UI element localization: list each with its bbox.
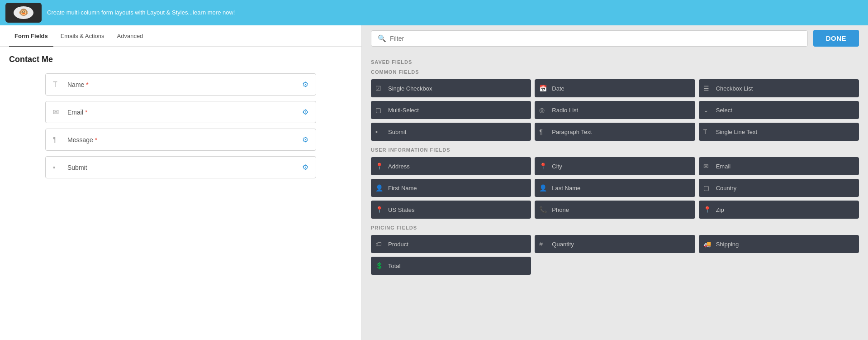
submit-btn-icon: ▪ [375, 128, 384, 135]
paragraph-text-label: Paragraph Text [552, 129, 592, 135]
product-icon: 🏷 [375, 240, 384, 248]
field-btn-last-name[interactable]: 👤 Last Name [535, 179, 695, 197]
name-gear-icon[interactable]: ⚙ [302, 80, 308, 89]
email-field-icon: ✉ [53, 108, 62, 116]
field-btn-radio-list[interactable]: ◎ Radio List [535, 101, 695, 119]
total-label: Total [388, 263, 400, 269]
us-states-label: US States [388, 206, 415, 213]
left-panel: Form Fields Emails & Actions Advanced Co… [0, 25, 362, 340]
user-info-fields-label: USER INFORMATION FIELDS [371, 147, 859, 153]
done-button[interactable]: DONE [813, 30, 859, 47]
submit-field-label: Submit [67, 164, 302, 171]
multi-select-label: Multi-Select [388, 107, 419, 114]
user-info-fields-grid: 📍 Address 📍 City ✉ Email 👤 First Name 👤 [371, 157, 859, 219]
field-btn-phone[interactable]: 📞 Phone [535, 201, 695, 219]
date-label: Date [552, 85, 564, 92]
country-icon: ▢ [703, 184, 711, 192]
field-btn-quantity[interactable]: # Quantity [535, 235, 695, 253]
single-line-text-label: Single Line Text [716, 129, 758, 135]
field-btn-zip[interactable]: 📍 Zip [699, 201, 859, 219]
tab-form-fields[interactable]: Form Fields [9, 25, 53, 47]
field-btn-single-checkbox[interactable]: ☑ Single Checkbox [371, 79, 531, 97]
form-title-area: Contact Me [0, 47, 361, 69]
address-icon: 📍 [375, 163, 384, 170]
email-required: * [85, 109, 87, 116]
country-label: Country [716, 185, 737, 192]
submit-gear-icon[interactable]: ⚙ [302, 163, 308, 172]
form-field-name[interactable]: T Name * ⚙ [45, 73, 316, 96]
field-btn-select[interactable]: ⌄ Select [699, 101, 859, 119]
saved-fields-label: SAVED FIELDS [371, 59, 859, 65]
field-btn-total[interactable]: 💲 Total [371, 257, 531, 275]
last-name-label: Last Name [552, 185, 580, 192]
last-name-icon: 👤 [539, 184, 547, 192]
common-fields-grid: ☑ Single Checkbox 📅 Date ☰ Checkbox List… [371, 79, 859, 141]
quantity-icon: # [539, 240, 547, 248]
shipping-icon: 🚚 [703, 240, 711, 248]
filter-input[interactable] [390, 35, 801, 42]
email-info-icon: ✉ [703, 163, 711, 170]
submit-btn-label: Submit [388, 129, 406, 135]
multi-select-icon: ▢ [375, 106, 384, 114]
field-btn-email-info[interactable]: ✉ Email [699, 157, 859, 175]
total-icon: 💲 [375, 262, 384, 269]
svg-text:🐵: 🐵 [19, 7, 29, 17]
checkbox-list-icon: ☰ [703, 85, 711, 92]
field-btn-city[interactable]: 📍 City [535, 157, 695, 175]
first-name-label: First Name [388, 185, 417, 192]
single-line-text-icon: T [703, 128, 711, 135]
shipping-label: Shipping [716, 241, 739, 248]
radio-list-label: Radio List [552, 107, 578, 114]
field-btn-checkbox-list[interactable]: ☰ Checkbox List [699, 79, 859, 97]
search-icon: 🔍 [378, 34, 386, 43]
product-label: Product [388, 241, 408, 248]
email-info-label: Email [716, 163, 731, 170]
field-btn-us-states[interactable]: 📍 US States [371, 201, 531, 219]
checkbox-list-label: Checkbox List [716, 85, 753, 92]
field-btn-date[interactable]: 📅 Date [535, 79, 695, 97]
form-field-email[interactable]: ✉ Email * ⚙ [45, 101, 316, 123]
name-required: * [86, 81, 88, 88]
field-btn-first-name[interactable]: 👤 First Name [371, 179, 531, 197]
name-field-label: Name * [67, 81, 302, 88]
form-title: Contact Me [9, 55, 53, 64]
zip-icon: 📍 [703, 206, 711, 213]
field-btn-country[interactable]: ▢ Country [699, 179, 859, 197]
field-btn-single-line-text[interactable]: T Single Line Text [699, 123, 859, 141]
email-gear-icon[interactable]: ⚙ [302, 108, 308, 116]
filter-bar: 🔍 DONE [362, 25, 868, 51]
phone-label: Phone [552, 206, 569, 213]
first-name-icon: 👤 [375, 184, 384, 192]
select-label: Select [716, 107, 732, 114]
city-label: City [552, 163, 562, 170]
field-btn-shipping[interactable]: 🚚 Shipping [699, 235, 859, 253]
message-required: * [95, 136, 97, 144]
email-field-label: Email * [67, 109, 302, 116]
message-field-label: Message * [67, 136, 302, 144]
field-btn-paragraph-text[interactable]: ¶ Paragraph Text [535, 123, 695, 141]
field-btn-product[interactable]: 🏷 Product [371, 235, 531, 253]
pricing-fields-label: PRICING FIELDS [371, 225, 859, 230]
name-field-icon: T [53, 81, 62, 89]
paragraph-text-icon: ¶ [539, 128, 547, 135]
tab-advanced[interactable]: Advanced [112, 25, 149, 47]
form-field-message[interactable]: ¶ Message * ⚙ [45, 129, 316, 151]
pricing-fields-grid: 🏷 Product # Quantity 🚚 Shipping 💲 Total [371, 235, 859, 275]
quantity-label: Quantity [552, 241, 574, 248]
zip-label: Zip [716, 206, 724, 213]
tab-emails-actions[interactable]: Emails & Actions [55, 25, 110, 47]
city-icon: 📍 [539, 163, 547, 170]
select-icon: ⌄ [703, 106, 711, 114]
field-btn-multi-select[interactable]: ▢ Multi-Select [371, 101, 531, 119]
us-states-icon: 📍 [375, 206, 384, 213]
field-btn-submit[interactable]: ▪ Submit [371, 123, 531, 141]
field-btn-address[interactable]: 📍 Address [371, 157, 531, 175]
fields-panel: SAVED FIELDS COMMON FIELDS ☑ Single Chec… [362, 51, 868, 340]
message-gear-icon[interactable]: ⚙ [302, 135, 308, 144]
single-checkbox-icon: ☑ [375, 85, 384, 92]
radio-list-icon: ◎ [539, 106, 547, 114]
message-field-icon: ¶ [53, 136, 62, 144]
single-checkbox-label: Single Checkbox [388, 85, 432, 92]
form-field-submit[interactable]: ▪ Submit ⚙ [45, 156, 316, 178]
form-content: T Name * ⚙ ✉ Email * ⚙ ¶ Message * [0, 69, 361, 340]
